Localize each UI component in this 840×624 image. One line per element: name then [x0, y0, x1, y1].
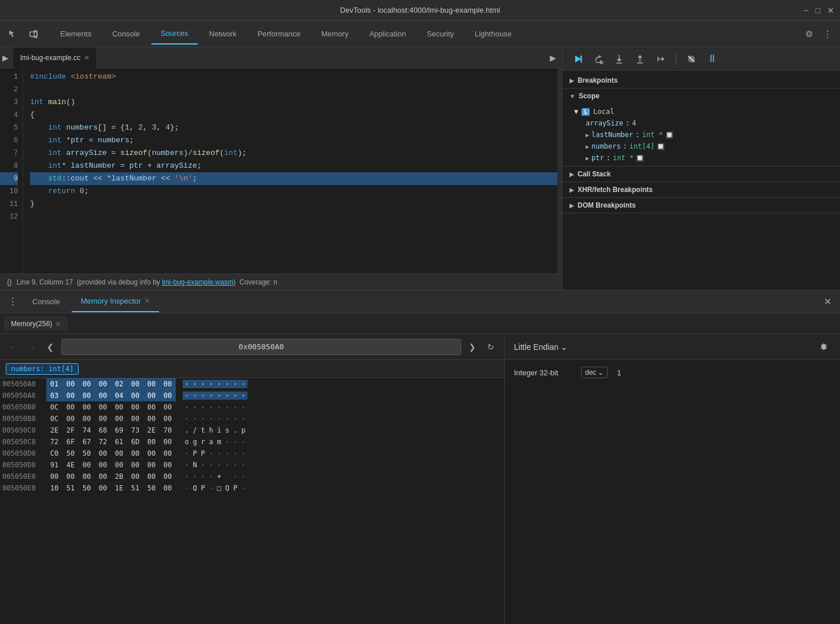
- breakpoints-header[interactable]: ▶ Breakpoints: [563, 73, 840, 88]
- inspect-icon[interactable]: [5, 26, 21, 42]
- memory-byte-cell[interactable]: 04: [111, 390, 127, 401]
- memory-byte-cell[interactable]: 00: [160, 471, 176, 482]
- memory-byte-cell[interactable]: 00: [143, 378, 160, 390]
- memory-byte-cell[interactable]: 00: [79, 413, 95, 424]
- memory-byte-cell[interactable]: 00: [160, 378, 176, 390]
- pause-exceptions-button[interactable]: ⏸: [704, 51, 720, 67]
- memory-byte-cell[interactable]: 61: [111, 436, 127, 448]
- memory-byte-cell[interactable]: 00: [160, 401, 176, 413]
- int32-format-select[interactable]: dec ⌄: [581, 367, 608, 378]
- memory-byte-cell[interactable]: 00: [143, 471, 160, 482]
- numbers-mem-icon[interactable]: 🔲: [657, 143, 665, 150]
- tab-network[interactable]: Network: [200, 24, 246, 45]
- memory-byte-cell[interactable]: 00: [95, 459, 111, 471]
- memory-byte-cell[interactable]: 2B: [111, 471, 127, 482]
- memory-byte-cell[interactable]: 72: [46, 436, 62, 448]
- memory-byte-cell[interactable]: 68: [95, 424, 111, 436]
- bottom-tab-memory-inspector[interactable]: Memory Inspector ✕: [72, 291, 159, 312]
- memory-byte-cell[interactable]: 00: [95, 413, 111, 424]
- endian-select[interactable]: Little Endian ⌄: [514, 342, 568, 352]
- memory-next-button[interactable]: ❯: [465, 339, 480, 355]
- memory-byte-cell[interactable]: 00: [95, 378, 111, 390]
- lastnumber-expand-arrow[interactable]: ▶: [586, 132, 589, 138]
- memory-byte-cell[interactable]: 00: [111, 413, 127, 424]
- memory-byte-cell[interactable]: 10: [46, 482, 62, 494]
- memory-back-button[interactable]: ←: [6, 339, 21, 355]
- minimize-button[interactable]: −: [804, 6, 808, 15]
- memory-byte-cell[interactable]: 00: [127, 448, 143, 459]
- memory-byte-cell[interactable]: 69: [111, 424, 127, 436]
- memory-byte-cell[interactable]: 00: [160, 436, 176, 448]
- memory-byte-cell[interactable]: 00: [143, 401, 160, 413]
- scope-item-arraysize[interactable]: arraySize : 4: [563, 117, 840, 129]
- memory-byte-cell[interactable]: 00: [79, 459, 95, 471]
- maximize-button[interactable]: □: [816, 6, 820, 15]
- memory-byte-cell[interactable]: 00: [160, 390, 176, 401]
- memory-settings-button[interactable]: [815, 339, 831, 355]
- tab-application[interactable]: Application: [360, 24, 416, 45]
- wasm-link[interactable]: lmi-bug-example.wasm: [162, 278, 233, 286]
- scope-local-header[interactable]: ▼ L Local: [563, 106, 840, 117]
- editor-tab-close-button[interactable]: ✕: [84, 54, 90, 62]
- memory-byte-cell[interactable]: 4E: [62, 459, 79, 471]
- tab-lighthouse[interactable]: Lighthouse: [465, 24, 521, 45]
- memory-byte-cell[interactable]: 00: [62, 413, 79, 424]
- memory-byte-cell[interactable]: 73: [127, 424, 143, 436]
- memory-byte-cell[interactable]: 00: [160, 413, 176, 424]
- callstack-header[interactable]: ▶ Call Stack: [563, 167, 840, 182]
- lastnumber-mem-icon[interactable]: 🔲: [665, 131, 674, 139]
- memory-byte-cell[interactable]: C0: [46, 448, 62, 459]
- bottom-panel-close-button[interactable]: ✕: [819, 294, 835, 310]
- ptr-expand-arrow[interactable]: ▶: [586, 155, 589, 161]
- step-button[interactable]: [653, 51, 669, 67]
- memory-byte-cell[interactable]: 00: [143, 390, 160, 401]
- editor-tab-file[interactable]: lmi-bug-example.cc ✕: [13, 47, 97, 68]
- scope-item-numbers[interactable]: ▶ numbers : int[4] 🔲: [563, 141, 840, 152]
- ptr-mem-icon[interactable]: 🔲: [636, 154, 644, 162]
- editor-play-button[interactable]: ▶: [546, 51, 560, 65]
- memory-byte-cell[interactable]: 00: [46, 471, 62, 482]
- memory-byte-cell[interactable]: 6D: [127, 436, 143, 448]
- memory-byte-cell[interactable]: 72: [95, 436, 111, 448]
- xhr-header[interactable]: ▶ XHR/fetch Breakpoints: [563, 182, 840, 197]
- memory-byte-cell[interactable]: 50: [62, 448, 79, 459]
- memory-refresh-button[interactable]: ↻: [483, 339, 498, 355]
- tab-elements[interactable]: Elements: [51, 24, 101, 45]
- memory-byte-cell[interactable]: 00: [62, 378, 79, 390]
- memory-byte-cell[interactable]: 00: [95, 401, 111, 413]
- memory-byte-cell[interactable]: 2E: [46, 424, 62, 436]
- memory-byte-cell[interactable]: 6F: [62, 436, 79, 448]
- memory-address-input[interactable]: [61, 339, 461, 355]
- memory-byte-cell[interactable]: 00: [160, 459, 176, 471]
- memory-byte-cell[interactable]: 00: [62, 390, 79, 401]
- memory-inspector-tab-close[interactable]: ✕: [145, 297, 150, 305]
- memory-byte-cell[interactable]: 00: [62, 401, 79, 413]
- close-button[interactable]: ✕: [827, 6, 834, 15]
- memory-subtab[interactable]: Memory(256) ✕: [5, 317, 67, 330]
- memory-byte-cell[interactable]: 00: [79, 471, 95, 482]
- settings-icon[interactable]: ⚙: [801, 26, 817, 42]
- memory-byte-cell[interactable]: 1E: [111, 482, 127, 494]
- scope-item-lastnumber[interactable]: ▶ lastNumber : int * 🔲: [563, 129, 840, 141]
- memory-byte-cell[interactable]: 00: [127, 378, 143, 390]
- deactivate-breakpoints-button[interactable]: [683, 51, 700, 67]
- memory-byte-cell[interactable]: 74: [79, 424, 95, 436]
- memory-byte-cell[interactable]: 00: [143, 459, 160, 471]
- memory-byte-cell[interactable]: 67: [79, 436, 95, 448]
- memory-byte-cell[interactable]: 0C: [46, 413, 62, 424]
- memory-byte-cell[interactable]: 00: [111, 448, 127, 459]
- scope-header[interactable]: ▼ Scope: [563, 88, 840, 104]
- memory-byte-cell[interactable]: 00: [160, 448, 176, 459]
- tab-security[interactable]: Security: [417, 24, 463, 45]
- memory-byte-cell[interactable]: 00: [79, 378, 95, 390]
- memory-byte-cell[interactable]: 00: [143, 436, 160, 448]
- memory-byte-cell[interactable]: 00: [127, 459, 143, 471]
- memory-byte-cell[interactable]: 02: [111, 378, 127, 390]
- memory-byte-cell[interactable]: 00: [62, 471, 79, 482]
- memory-subtab-close[interactable]: ✕: [55, 320, 61, 328]
- memory-byte-cell[interactable]: 2F: [62, 424, 79, 436]
- memory-byte-cell[interactable]: 00: [127, 390, 143, 401]
- tab-sources[interactable]: Sources: [151, 24, 198, 45]
- memory-table-wrapper[interactable]: 005050A00100000002000000········005050A8…: [0, 378, 504, 624]
- memory-byte-cell[interactable]: 00: [79, 401, 95, 413]
